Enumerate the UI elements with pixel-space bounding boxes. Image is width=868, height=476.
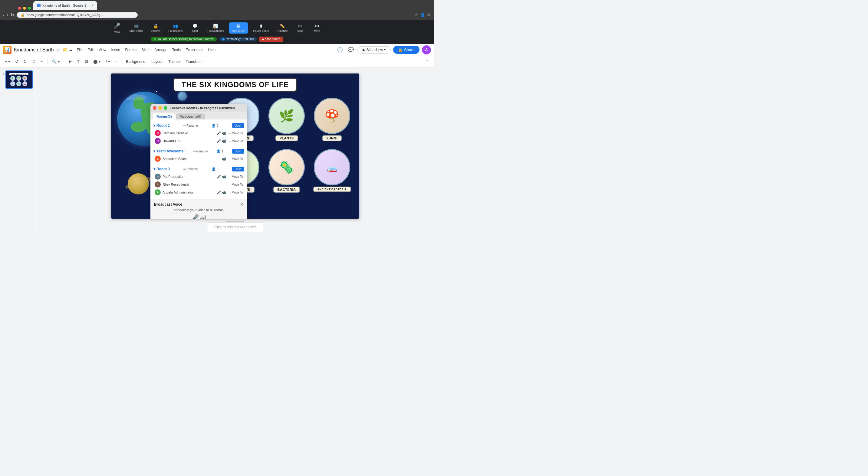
menu-help[interactable]: Help (207, 47, 218, 53)
annotate-label: Annotate (277, 29, 288, 32)
star-icon[interactable]: ☆ (56, 47, 60, 52)
zoom-share-bar: You are screen sharing to breakout rooms… (0, 36, 434, 43)
layout-btn[interactable]: Layout (149, 59, 165, 65)
line-btn[interactable]: / ▾ (104, 58, 112, 65)
tab-close-icon[interactable]: ✕ (91, 4, 94, 7)
reload-btn[interactable]: ↻ (10, 12, 14, 17)
room3-rename-btn[interactable]: ✏ Rename (183, 168, 198, 171)
ancient-bacteria-emoji: 🧫 (327, 162, 338, 173)
user-avatar[interactable]: A (422, 45, 431, 55)
room1-count: 👤 2 (212, 124, 218, 128)
image-btn[interactable]: 🖼 (83, 58, 90, 65)
speaker-notes[interactable]: Click to add speaker notes (208, 222, 262, 232)
annotate-button[interactable]: ✏️ Annotate (274, 22, 291, 34)
polls-button[interactable]: 📊 Polls/Quizzes (204, 22, 227, 34)
annotate-icon: ✏️ (280, 24, 285, 28)
sharing-text: You are screen sharing to breakout rooms (157, 37, 214, 41)
room1-join-btn[interactable]: Join (232, 123, 244, 128)
catalina-move-btn[interactable]: → Move To (228, 132, 243, 135)
add-element-btn[interactable]: + ▾ (3, 58, 12, 65)
select-btn[interactable] (66, 59, 74, 65)
new-tab-btn[interactable]: + (97, 4, 105, 10)
menu-slide[interactable]: Slide (140, 47, 151, 53)
collapse-toolbar-btn[interactable]: ⌃ (424, 58, 431, 65)
back-btn[interactable]: ‹ (3, 12, 4, 17)
more-button[interactable]: ••• More (310, 22, 325, 34)
chat-button[interactable]: 💬 Chat (187, 22, 203, 34)
transition-btn[interactable]: Transition (183, 59, 204, 65)
start-video-button[interactable]: 📹 Start Video (126, 22, 146, 34)
menu-edit[interactable]: Edit (86, 47, 96, 53)
theme-btn[interactable]: Theme (166, 59, 182, 65)
remaining-status: Remaining: 00:00:00 (219, 37, 257, 41)
menu-format[interactable]: Format (123, 47, 138, 53)
browser-tab[interactable]: Kingdoms of Earth - Google S... ✕ (33, 1, 97, 10)
sebastian-move-btn[interactable]: → Move To (228, 157, 243, 161)
comments-button[interactable]: 💬 (346, 46, 355, 54)
room2-rename-btn[interactable]: ✏ Rename (193, 150, 208, 153)
cloud-icon[interactable]: ☁ (69, 47, 73, 52)
canvas-area: THE SIX KINGDOMS OF LIFE (36, 67, 434, 238)
breakout-titlebar: Breakout Rooms - In Progress (00:00:00) (150, 104, 247, 112)
background-btn[interactable]: Background (123, 59, 148, 65)
slide-canvas[interactable]: THE SIX KINGDOMS OF LIFE (111, 73, 359, 219)
breakout-close-dot[interactable] (153, 106, 156, 110)
sebastian-icons: 📹 (222, 157, 226, 161)
room1-rename-btn[interactable]: ✏ Rename (183, 124, 198, 127)
new-share-button[interactable]: 🖥 New Share (229, 22, 248, 34)
menu-file[interactable]: File (75, 47, 85, 53)
pat-move-btn[interactable]: → Move To (228, 175, 243, 178)
broadcast-close-btn[interactable]: ✕ (240, 202, 244, 207)
mute-button[interactable]: 🎤 Mute (109, 22, 124, 34)
room3-join-btn[interactable]: Join (232, 167, 244, 171)
polls-icon: 📊 (213, 24, 218, 28)
howard-move-btn[interactable]: → Move To (228, 139, 243, 143)
menu-extensions[interactable]: Extensions (184, 47, 205, 53)
participants-button[interactable]: 👥 Participants (165, 22, 186, 34)
broadcast-mic-icon[interactable]: 🎤 (191, 214, 199, 219)
shape-btn[interactable]: ⬤ ▾ (91, 58, 103, 65)
equation-btn[interactable]: = (113, 58, 119, 65)
menu-insert[interactable]: Insert (109, 47, 122, 53)
pat-icons: 🎤 📹 (217, 175, 226, 179)
room2-join-btn[interactable]: Join (232, 149, 244, 154)
pencil-icon-2: ✏ (193, 150, 196, 153)
security-button[interactable]: 🔒 Security (148, 22, 164, 34)
riley-move-btn[interactable]: → Move To (228, 183, 243, 186)
history-button[interactable]: 🕐 (336, 46, 344, 54)
lock-icon: 🔒 (21, 13, 25, 17)
url-bar[interactable]: 🔒 docs.google.com/presentation/d/1Q1NO2k… (17, 12, 138, 18)
apps-button[interactable]: ⚙ Apps (293, 22, 308, 34)
room3-count: 👤 3 (212, 167, 218, 171)
paint-format-btn[interactable]: ✂ (38, 58, 45, 65)
print-btn[interactable]: 🖨 (30, 58, 37, 65)
room1-chevron: ▾ (153, 124, 155, 128)
apps-icon: ⚙ (298, 24, 302, 28)
menu-arrange[interactable]: Arrange (153, 47, 169, 53)
zoom-btn[interactable]: 🔍 ▾ (50, 58, 62, 65)
share-button[interactable]: 🔒 Share (393, 46, 420, 54)
tab-participants[interactable]: Participants(6) (176, 113, 205, 120)
folder-icon[interactable]: 📁 (63, 47, 67, 52)
tab-rooms[interactable]: Rooms(3) (153, 113, 176, 120)
extensions-btn[interactable]: ⚙ (427, 12, 431, 17)
breakout-maximize-dot[interactable] (164, 106, 167, 110)
breakout-panel: Breakout Rooms - In Progress (00:00:00) … (150, 104, 247, 219)
undo-btn[interactable]: ↺ (13, 58, 20, 65)
slideshow-button[interactable]: ▶ Slideshow ▾ (358, 46, 391, 54)
forward-btn[interactable]: › (7, 12, 8, 17)
profile-btn[interactable]: 👤 (420, 12, 425, 17)
bookmark-btn[interactable]: ☆ (414, 12, 418, 17)
stop-share-button[interactable]: ■ Stop Share (259, 37, 283, 42)
redo-btn[interactable]: ↻ (22, 58, 28, 65)
pause-share-button[interactable]: ⏸ Pause Share (250, 22, 272, 34)
text-btn[interactable]: T (75, 58, 82, 65)
menu-view[interactable]: View (97, 47, 108, 53)
breakout-minimize-dot[interactable] (158, 106, 162, 110)
share-dot-icon (154, 38, 156, 40)
main-editing-area: 1 THE SIX KINGDOMS OF LIFE 🦎 🌿 🍄 🔬 🦠 (0, 67, 434, 238)
slide-thumb-1[interactable]: THE SIX KINGDOMS OF LIFE 🦎 🌿 🍄 🔬 🦠 🧫 (5, 70, 33, 89)
menu-tools[interactable]: Tools (170, 47, 183, 53)
kingdom-bacteria: 🦠 BACTERIA (266, 149, 308, 198)
angela-move-btn[interactable]: → Move To (228, 191, 243, 194)
